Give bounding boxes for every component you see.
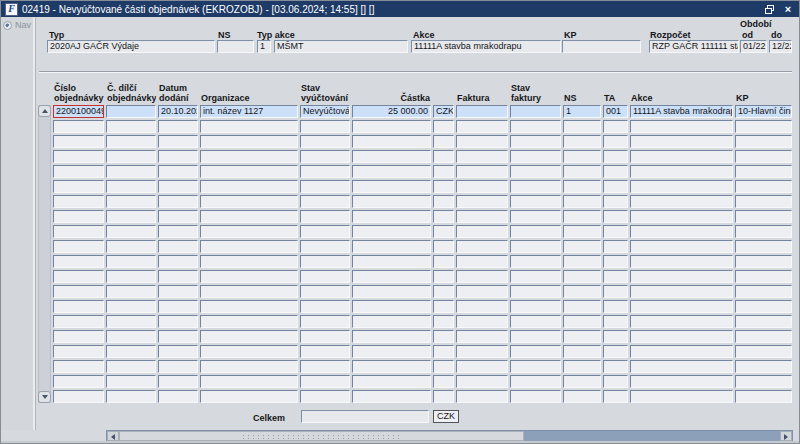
cell-org-row16[interactable] (200, 330, 298, 343)
cell-datum-row2[interactable] (158, 120, 198, 133)
cell-stav_vyuc-row4[interactable] (300, 150, 350, 163)
cell-kp-row5[interactable] (735, 165, 792, 178)
cell-stav_vyuc-row2[interactable] (300, 120, 350, 133)
cell-mena-row1[interactable]: CZK (433, 105, 454, 118)
cell-akce-row12[interactable] (630, 270, 733, 283)
cell-datum-row3[interactable] (158, 135, 198, 148)
cell-mena-row4[interactable] (433, 150, 454, 163)
cell-castka-row7[interactable] (352, 195, 431, 208)
celkem-total-field[interactable] (301, 410, 429, 423)
cell-kp-row13[interactable] (735, 285, 792, 298)
cell-datum-row4[interactable] (158, 150, 198, 163)
cell-faktura-row6[interactable] (456, 180, 508, 193)
cell-akce-row4[interactable] (630, 150, 733, 163)
cell-ns-row13[interactable] (563, 285, 601, 298)
cell-castka-row18[interactable] (352, 360, 431, 373)
cell-faktura-row3[interactable] (456, 135, 508, 148)
cell-mena-row15[interactable] (433, 315, 454, 328)
cell-stav_vyuc-row1[interactable]: Nevyúčtováno (300, 105, 350, 118)
cell-cislo-row15[interactable] (53, 315, 104, 328)
cell-kp-row3[interactable] (735, 135, 792, 148)
cell-cislo-row18[interactable] (53, 360, 104, 373)
cell-akce-row1[interactable]: 11111A stavba mrakodrapu (630, 105, 733, 118)
cell-datum-row13[interactable] (158, 285, 198, 298)
cell-ta-row20[interactable] (603, 390, 628, 403)
cell-ns-row8[interactable] (563, 210, 601, 223)
cell-ns-row17[interactable] (563, 345, 601, 358)
cell-castka-row14[interactable] (352, 300, 431, 313)
cell-dilci-row10[interactable] (106, 240, 156, 253)
cell-cislo-row17[interactable] (53, 345, 104, 358)
cell-org-row8[interactable] (200, 210, 298, 223)
cell-mena-row16[interactable] (433, 330, 454, 343)
cell-kp-row9[interactable] (735, 225, 792, 238)
cell-ta-row12[interactable] (603, 270, 628, 283)
cell-stav_fakt-row2[interactable] (510, 120, 561, 133)
cell-org-row17[interactable] (200, 345, 298, 358)
cell-stav_fakt-row3[interactable] (510, 135, 561, 148)
cell-datum-row1[interactable]: 20.10.2022 (158, 105, 198, 118)
cell-cislo-row13[interactable] (53, 285, 104, 298)
cell-stav_fakt-row4[interactable] (510, 150, 561, 163)
cell-stav_fakt-row18[interactable] (510, 360, 561, 373)
cell-cislo-row9[interactable] (53, 225, 104, 238)
cell-ta-row5[interactable] (603, 165, 628, 178)
cell-stav_vyuc-row6[interactable] (300, 180, 350, 193)
cell-stav_fakt-row17[interactable] (510, 345, 561, 358)
cell-ta-row17[interactable] (603, 345, 628, 358)
cell-stav_vyuc-row13[interactable] (300, 285, 350, 298)
cell-stav_vyuc-row5[interactable] (300, 165, 350, 178)
typ-field[interactable]: 2020AJ GAČR Výdaje (47, 40, 215, 53)
cell-ns-row19[interactable] (563, 375, 601, 388)
cell-org-row6[interactable] (200, 180, 298, 193)
cell-castka-row5[interactable] (352, 165, 431, 178)
cell-org-row5[interactable] (200, 165, 298, 178)
cell-faktura-row20[interactable] (456, 390, 508, 403)
cell-datum-row16[interactable] (158, 330, 198, 343)
cell-stav_vyuc-row10[interactable] (300, 240, 350, 253)
cell-mena-row12[interactable] (433, 270, 454, 283)
cell-stav_fakt-row5[interactable] (510, 165, 561, 178)
cell-stav_vyuc-row20[interactable] (300, 390, 350, 403)
scroll-right-button[interactable] (780, 431, 792, 441)
cell-cislo-row19[interactable] (53, 375, 104, 388)
cell-castka-row1[interactable]: 25 000.00 (352, 105, 431, 118)
cell-ns-row14[interactable] (563, 300, 601, 313)
cell-datum-row11[interactable] (158, 255, 198, 268)
cell-ta-row18[interactable] (603, 360, 628, 373)
cell-cislo-row7[interactable] (53, 195, 104, 208)
cell-dilci-row14[interactable] (106, 300, 156, 313)
cell-datum-row7[interactable] (158, 195, 198, 208)
cell-org-row13[interactable] (200, 285, 298, 298)
cell-kp-row2[interactable] (735, 120, 792, 133)
akce-field[interactable]: 11111A stavba mrakodrapu (411, 40, 561, 53)
cell-stav_fakt-row9[interactable] (510, 225, 561, 238)
cell-stav_fakt-row13[interactable] (510, 285, 561, 298)
cell-kp-row8[interactable] (735, 210, 792, 223)
cell-stav_vyuc-row8[interactable] (300, 210, 350, 223)
cell-cislo-row12[interactable] (53, 270, 104, 283)
cell-castka-row6[interactable] (352, 180, 431, 193)
obdobi-do-field[interactable]: 12/22 (769, 40, 792, 53)
cell-ns-row10[interactable] (563, 240, 601, 253)
cell-mena-row7[interactable] (433, 195, 454, 208)
cell-cislo-row11[interactable] (53, 255, 104, 268)
cell-stav_vyuc-row19[interactable] (300, 375, 350, 388)
cell-ta-row16[interactable] (603, 330, 628, 343)
cell-mena-row2[interactable] (433, 120, 454, 133)
cell-kp-row18[interactable] (735, 360, 792, 373)
cell-ta-row8[interactable] (603, 210, 628, 223)
cell-ns-row2[interactable] (563, 120, 601, 133)
cell-kp-row7[interactable] (735, 195, 792, 208)
cell-akce-row9[interactable] (630, 225, 733, 238)
cell-kp-row17[interactable] (735, 345, 792, 358)
cell-stav_fakt-row1[interactable] (510, 105, 561, 118)
cell-dilci-row11[interactable] (106, 255, 156, 268)
cell-mena-row20[interactable] (433, 390, 454, 403)
cell-dilci-row16[interactable] (106, 330, 156, 343)
cell-ta-row3[interactable] (603, 135, 628, 148)
cell-datum-row10[interactable] (158, 240, 198, 253)
cell-cislo-row5[interactable] (53, 165, 104, 178)
cell-dilci-row7[interactable] (106, 195, 156, 208)
cell-mena-row3[interactable] (433, 135, 454, 148)
